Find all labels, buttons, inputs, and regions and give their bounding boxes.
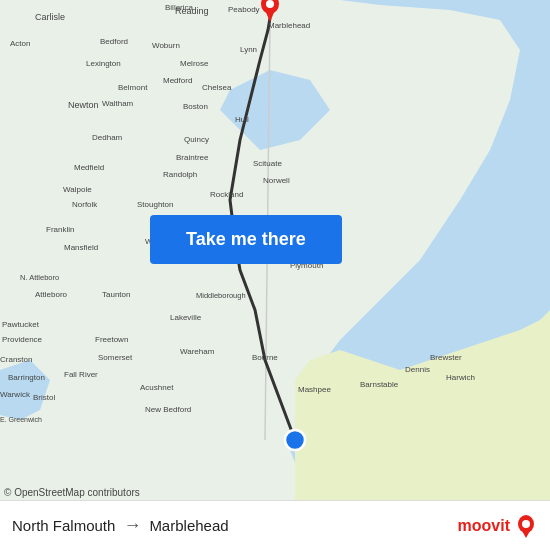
svg-text:Braintree: Braintree <box>176 153 209 162</box>
svg-text:Bourne: Bourne <box>252 353 278 362</box>
svg-text:Barnstable: Barnstable <box>360 380 399 389</box>
route-info: North Falmouth → Marblehead <box>12 515 229 536</box>
svg-text:Franklin: Franklin <box>46 225 74 234</box>
take-me-there-button[interactable]: Take me there <box>150 215 342 264</box>
svg-text:Randolph: Randolph <box>163 170 197 179</box>
svg-text:Acton: Acton <box>10 39 30 48</box>
map-attribution: © OpenStreetMap contributors <box>4 487 140 498</box>
svg-text:Bristol: Bristol <box>33 393 55 402</box>
svg-text:E. Greenwich: E. Greenwich <box>0 416 42 423</box>
origin-marker <box>285 430 305 450</box>
svg-text:Medford: Medford <box>163 76 192 85</box>
svg-text:Barrington: Barrington <box>8 373 45 382</box>
svg-text:Melrose: Melrose <box>180 59 209 68</box>
svg-text:Lexington: Lexington <box>86 59 121 68</box>
destination-label: Marblehead <box>149 517 228 534</box>
svg-text:Scituate: Scituate <box>253 159 282 168</box>
svg-text:Lynn: Lynn <box>240 45 257 54</box>
svg-text:Boston: Boston <box>183 102 208 111</box>
svg-text:Norwell: Norwell <box>263 176 290 185</box>
svg-text:Waltham: Waltham <box>102 99 134 108</box>
moovit-logo-icon <box>514 514 538 538</box>
svg-text:Stoughton: Stoughton <box>137 200 173 209</box>
svg-text:Providence: Providence <box>2 335 43 344</box>
svg-text:Rockland: Rockland <box>210 190 243 199</box>
svg-text:Mashpee: Mashpee <box>298 385 331 394</box>
origin-label: North Falmouth <box>12 517 115 534</box>
bottom-bar: North Falmouth → Marblehead moovit <box>0 500 550 550</box>
moovit-brand-text: moovit <box>458 517 510 535</box>
svg-text:Chelsea: Chelsea <box>202 83 232 92</box>
svg-text:Woburn: Woburn <box>152 41 180 50</box>
svg-text:Peabody: Peabody <box>228 5 260 14</box>
svg-text:Carlisle: Carlisle <box>35 12 65 22</box>
svg-text:Cranston: Cranston <box>0 355 32 364</box>
svg-text:Belmont: Belmont <box>118 83 148 92</box>
svg-text:Lakeville: Lakeville <box>170 313 202 322</box>
svg-text:Wareham: Wareham <box>180 347 215 356</box>
svg-text:Taunton: Taunton <box>102 290 130 299</box>
svg-text:Dedham: Dedham <box>92 133 123 142</box>
svg-text:Pawtucket: Pawtucket <box>2 320 40 329</box>
svg-text:Billerica: Billerica <box>165 3 194 12</box>
moovit-logo: moovit <box>458 514 538 538</box>
map-container: Reading Carlisle Newton Billerica Peabod… <box>0 0 550 500</box>
svg-text:Medfield: Medfield <box>74 163 104 172</box>
svg-text:Marblehead: Marblehead <box>268 21 310 30</box>
svg-text:Walpole: Walpole <box>63 185 92 194</box>
svg-text:Middleborough: Middleborough <box>196 291 246 300</box>
svg-text:Attleboro: Attleboro <box>35 290 68 299</box>
svg-text:Warwick: Warwick <box>0 390 31 399</box>
svg-text:Fall River: Fall River <box>64 370 98 379</box>
svg-text:Hull: Hull <box>235 115 249 124</box>
svg-text:N. Attleboro: N. Attleboro <box>20 273 59 282</box>
svg-point-70 <box>522 520 530 528</box>
svg-text:Somerset: Somerset <box>98 353 133 362</box>
svg-marker-69 <box>521 529 531 538</box>
svg-text:Acushnet: Acushnet <box>140 383 174 392</box>
svg-text:Mansfield: Mansfield <box>64 243 98 252</box>
arrow-icon: → <box>123 515 141 536</box>
svg-text:Freetown: Freetown <box>95 335 128 344</box>
svg-text:Bedford: Bedford <box>100 37 128 46</box>
svg-text:New Bedford: New Bedford <box>145 405 191 414</box>
svg-text:Harwich: Harwich <box>446 373 475 382</box>
svg-text:Norfolk: Norfolk <box>72 200 98 209</box>
svg-text:Dennis: Dennis <box>405 365 430 374</box>
svg-point-67 <box>266 0 274 8</box>
svg-text:Brewster: Brewster <box>430 353 462 362</box>
svg-text:Newton: Newton <box>68 100 99 110</box>
svg-text:Quincy: Quincy <box>184 135 209 144</box>
